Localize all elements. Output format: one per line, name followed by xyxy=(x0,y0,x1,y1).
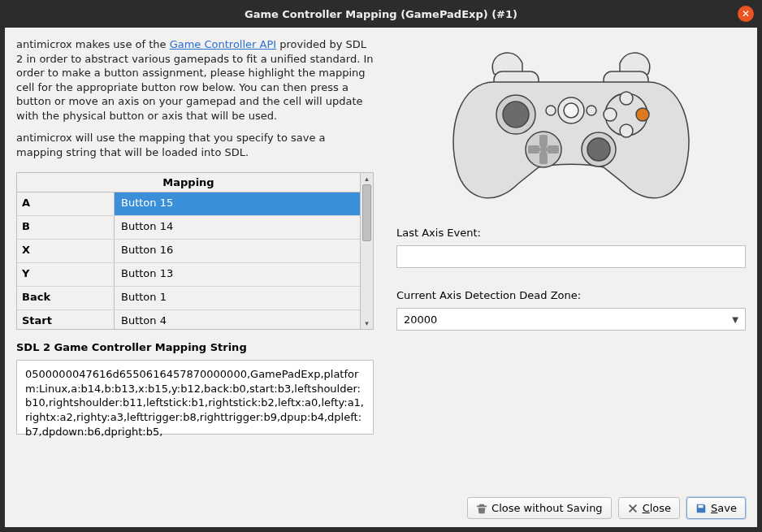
game-controller-api-link[interactable]: Game Controller API xyxy=(170,38,276,50)
row-label: B xyxy=(17,216,115,239)
titlebar: Game Controller Mapping (GamePadExp) (#1… xyxy=(0,0,762,28)
svg-point-11 xyxy=(604,108,617,121)
svg-point-3 xyxy=(503,102,529,128)
controller-image xyxy=(437,37,705,212)
row-mapping[interactable]: Button 14 xyxy=(115,216,360,239)
table-row[interactable]: YButton 13 xyxy=(17,263,360,287)
svg-point-6 xyxy=(546,106,556,115)
window-title: Game Controller Mapping (GamePadExp) (#1… xyxy=(245,8,517,20)
close-without-saving-label: Close without Saving xyxy=(491,502,603,514)
row-mapping[interactable]: Button 13 xyxy=(115,263,360,286)
row-mapping[interactable]: Button 4 xyxy=(115,310,360,329)
mapping-string-label: SDL 2 Game Controller Mapping String xyxy=(16,341,374,353)
row-label: X xyxy=(17,240,115,262)
trash-icon xyxy=(476,503,487,514)
svg-point-5 xyxy=(564,103,578,118)
svg-point-9 xyxy=(620,92,633,105)
close-without-saving-button[interactable]: Close without Saving xyxy=(467,497,612,519)
mapping-string-box[interactable]: 0500000047616d6550616457870000000,GamePa… xyxy=(16,360,374,435)
close-button[interactable]: Close xyxy=(618,497,680,519)
intro-text: antimicrox makes use of the Game Control… xyxy=(16,37,374,167)
table-row[interactable]: BButton 14 xyxy=(17,216,360,240)
mapping-table: Mapping AButton 15BButton 14XButton 16YB… xyxy=(16,172,374,330)
dialog-body: antimicrox makes use of the Game Control… xyxy=(5,28,757,527)
svg-rect-15 xyxy=(539,153,548,164)
row-mapping[interactable]: Button 16 xyxy=(115,240,360,262)
deadzone-label: Current Axis Detection Dead Zone: xyxy=(396,289,746,301)
save-button[interactable]: Save xyxy=(686,497,746,519)
row-mapping[interactable]: Button 15 xyxy=(115,192,360,215)
svg-point-10 xyxy=(620,124,633,137)
svg-rect-17 xyxy=(548,145,559,154)
close-label: Close xyxy=(643,502,671,514)
row-label: Y xyxy=(17,263,115,286)
deadzone-value: 20000 xyxy=(404,314,437,326)
x-icon xyxy=(627,503,639,514)
table-row[interactable]: StartButton 4 xyxy=(17,310,360,329)
svg-rect-16 xyxy=(528,145,539,154)
row-label: A xyxy=(17,192,115,215)
table-row[interactable]: BackButton 1 xyxy=(17,287,360,310)
row-label: Start xyxy=(17,310,115,329)
last-axis-input[interactable] xyxy=(396,245,746,268)
button-bar: Close without Saving Close Save xyxy=(16,497,746,519)
scroll-thumb[interactable] xyxy=(362,184,371,241)
save-label: Save xyxy=(711,502,737,514)
row-mapping[interactable]: Button 1 xyxy=(115,287,360,309)
table-row[interactable]: XButton 16 xyxy=(17,240,360,263)
svg-rect-14 xyxy=(539,135,548,146)
row-label: Back xyxy=(17,287,115,309)
chevron-down-icon: ▼ xyxy=(732,315,738,324)
deadzone-combo[interactable]: 20000 ▼ xyxy=(396,308,746,331)
last-axis-label: Last Axis Event: xyxy=(396,227,746,239)
svg-point-18 xyxy=(539,145,548,154)
save-icon xyxy=(695,503,707,514)
window-close-button[interactable]: ✕ xyxy=(738,6,754,22)
svg-point-20 xyxy=(587,138,610,161)
table-scrollbar[interactable]: ▴ ▾ xyxy=(360,173,373,329)
svg-point-12 xyxy=(636,108,649,121)
scroll-down-icon[interactable]: ▾ xyxy=(361,318,373,329)
scroll-up-icon[interactable]: ▴ xyxy=(361,173,373,184)
table-row[interactable]: AButton 15 xyxy=(17,192,360,216)
close-icon: ✕ xyxy=(742,8,750,19)
svg-point-7 xyxy=(587,106,596,115)
mapping-table-header: Mapping xyxy=(17,173,360,192)
